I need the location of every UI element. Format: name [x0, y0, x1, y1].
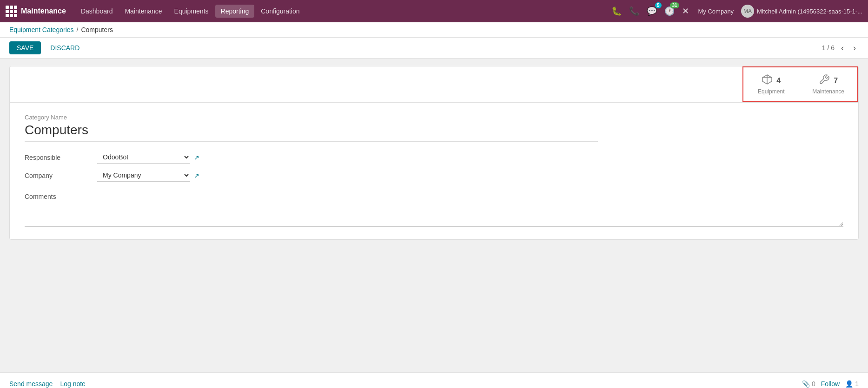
followers-icon: 👤 — [845, 380, 853, 388]
menu-reporting[interactable]: Reporting — [215, 5, 255, 18]
main-content: 4 Equipment 7 Maintenance — [0, 59, 868, 372]
apps-grid-icon[interactable] — [6, 6, 17, 17]
maintenance-label: Maintenance — [812, 88, 844, 95]
maintenance-smart-btn[interactable]: 7 Maintenance — [799, 67, 857, 101]
followers-count: 👤 1 — [845, 380, 859, 388]
next-record-button[interactable]: › — [850, 42, 859, 54]
breadcrumb-current: Computers — [81, 26, 113, 33]
responsible-label: Responsible — [25, 154, 90, 161]
chat-icon-btn[interactable]: 💬 5 — [645, 4, 659, 18]
menu-dashboard[interactable]: Dashboard — [75, 5, 119, 18]
responsible-value: OdooBot ↗ — [97, 151, 199, 164]
user-name: Mitchell Admin (14956322-saas-15-1-... — [757, 8, 862, 15]
equipment-count: 4 — [776, 77, 781, 85]
attachments-number: 0 — [812, 380, 815, 388]
clock-badge: 31 — [670, 2, 679, 8]
company-label: Company — [25, 172, 90, 179]
chatter-left: Send message Log note — [9, 378, 86, 388]
responsible-row: Responsible OdooBot ↗ — [25, 151, 843, 164]
responsible-select[interactable]: OdooBot — [97, 151, 190, 164]
send-message-button[interactable]: Send message — [9, 378, 53, 388]
category-name-label: Category Name — [25, 114, 843, 121]
smart-buttons-group: 4 Equipment 7 Maintenance — [742, 66, 858, 102]
phone-icon-btn[interactable]: 📞 — [627, 4, 641, 18]
comments-section: Comments — [25, 193, 843, 228]
paperclip-icon: 📎 — [802, 380, 810, 388]
chatter: Send message Log note 📎 0 Follow 👤 1 — [0, 372, 868, 388]
save-button[interactable]: SAVE — [9, 41, 41, 54]
equipment-label: Equipment — [758, 88, 784, 95]
company-external-link-icon[interactable]: ↗ — [194, 172, 199, 179]
discard-button[interactable]: DISCARD — [45, 41, 85, 54]
menu-equipments[interactable]: Equipments — [169, 5, 214, 18]
comments-input[interactable] — [25, 204, 843, 227]
category-name-value[interactable]: Computers — [25, 123, 598, 142]
form-card: 4 Equipment 7 Maintenance — [9, 66, 859, 240]
avatar: MA — [741, 5, 754, 18]
followers-number: 1 — [855, 380, 859, 388]
menu-maintenance[interactable]: Maintenance — [119, 5, 167, 18]
chatter-right: 📎 0 Follow 👤 1 — [802, 380, 859, 388]
equipment-icon — [762, 74, 773, 87]
breadcrumb-parent[interactable]: Equipment Categories — [9, 26, 74, 33]
maintenance-count: 7 — [834, 77, 838, 85]
clock-icon-btn[interactable]: 🕐 31 — [663, 4, 676, 18]
breadcrumb-separator: / — [77, 26, 79, 33]
top-navigation: Maintenance Dashboard Maintenance Equipm… — [0, 0, 868, 22]
follow-button[interactable]: Follow — [821, 380, 840, 388]
pagination: 1 / 6 — [822, 44, 835, 52]
company-select[interactable]: My Company — [97, 169, 190, 182]
user-menu[interactable]: MA Mitchell Admin (14956322-saas-15-1-..… — [741, 5, 862, 18]
form-body: Category Name Computers Responsible Odoo… — [10, 103, 858, 239]
comments-label: Comments — [25, 193, 843, 200]
wrench-icon — [819, 74, 830, 87]
app-name: Maintenance — [21, 7, 66, 15]
close-icon-btn[interactable]: ✕ — [680, 4, 691, 18]
action-bar-right: 1 / 6 ‹ › — [822, 42, 859, 54]
menu-configuration[interactable]: Configuration — [255, 5, 305, 18]
company-selector[interactable]: My Company — [695, 6, 738, 17]
main-menu: Dashboard Maintenance Equipments Reporti… — [75, 5, 608, 18]
company-value: My Company ↗ — [97, 169, 199, 182]
log-note-button[interactable]: Log note — [60, 378, 86, 388]
action-bar: SAVE DISCARD 1 / 6 ‹ › — [0, 38, 868, 59]
smart-buttons-area: 4 Equipment 7 Maintenance — [10, 66, 858, 103]
app-logo[interactable]: Maintenance — [6, 6, 66, 17]
attachments-count: 📎 0 — [802, 380, 815, 388]
chat-badge: 5 — [655, 2, 662, 8]
equipment-smart-btn[interactable]: 4 Equipment — [743, 67, 799, 101]
bug-icon-btn[interactable]: 🐛 — [610, 4, 623, 18]
form-fields: Responsible OdooBot ↗ Company My Company — [25, 151, 843, 182]
breadcrumb: Equipment Categories / Computers — [0, 22, 868, 38]
responsible-external-link-icon[interactable]: ↗ — [194, 154, 199, 161]
action-bar-left: SAVE DISCARD — [9, 41, 85, 54]
prev-record-button[interactable]: ‹ — [838, 42, 847, 54]
topnav-icons: 🐛 📞 💬 5 🕐 31 ✕ My Company MA Mitchell Ad… — [610, 4, 862, 18]
company-row: Company My Company ↗ — [25, 169, 843, 182]
